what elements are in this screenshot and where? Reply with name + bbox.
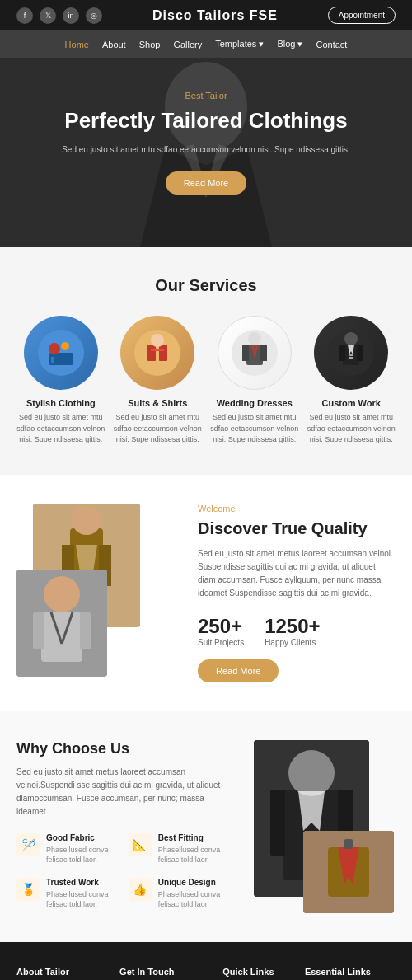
feature-trusted-desc: Phasellused conva felisac told laor. — [46, 889, 116, 910]
linkedin-icon[interactable]: in — [63, 7, 79, 24]
quality-content: Welcome Discover True Quality Sed eu jus… — [198, 504, 396, 682]
service-item-clothing: Stylish Clothing Sed eu justo sit amet m… — [16, 316, 105, 446]
footer-grid: About Tailor Sed eu justo sit amet metus… — [16, 967, 396, 981]
facebook-icon[interactable]: f — [16, 7, 33, 24]
footer-contact-title: Get In Touch — [119, 967, 210, 977]
quality-welcome: Welcome — [198, 504, 396, 513]
main-nav: Home About Shop Gallery Templates ▾ Blog… — [0, 30, 412, 58]
stat-happy-clients: 1250+ Happy Clients — [265, 615, 320, 647]
svg-point-4 — [49, 343, 60, 354]
footer-quicklinks-col: Quick Links Home Services Pages Players … — [222, 967, 293, 981]
svg-point-26 — [72, 505, 101, 535]
feature-trusted-name: Trusted Work — [46, 878, 116, 887]
feature-fabric-desc: Phasellused conva felisac told laor. — [46, 845, 116, 865]
footer-quicklinks-title: Quick Links — [222, 967, 293, 977]
why-features: 🪡 Good Fabric Phasellused conva felisac … — [16, 833, 228, 910]
footer-essential-title: Essential Links — [305, 967, 396, 977]
hero-read-more-button[interactable]: Read More — [166, 171, 246, 195]
feature-trusted-work: 🏅 Trusted Work Phasellused conva felisac… — [16, 878, 116, 910]
footer-about-col: About Tailor Sed eu justo sit amet metus… — [16, 967, 107, 981]
quality-images — [16, 504, 181, 668]
service-name-custom: Custom Work — [307, 398, 396, 408]
quality-stats: 250+ Suit Projects 1250+ Happy Clients — [198, 615, 396, 647]
svg-rect-20 — [349, 354, 353, 356]
services-grid: Stylish Clothing Sed eu justo sit amet m… — [16, 316, 396, 446]
quality-sub-image — [16, 570, 107, 677]
nav-templates[interactable]: Templates ▾ — [215, 39, 264, 49]
appointment-button[interactable]: Appointment — [328, 7, 396, 24]
why-sub-image — [303, 831, 394, 913]
stat-label-clients: Happy Clients — [265, 638, 320, 647]
twitter-icon[interactable]: 𝕏 — [40, 7, 56, 24]
hero-section: Best Tailor Perfectly Tailored Clothings… — [0, 58, 412, 247]
svg-point-30 — [44, 576, 80, 612]
nav-about[interactable]: About — [102, 39, 126, 49]
stat-suit-projects: 250+ Suit Projects — [198, 615, 244, 647]
hero-title: Perfectly Tailored Clothings — [49, 107, 363, 135]
service-desc-clothing: Sed eu justo sit amet mtu sdfao eetaccum… — [16, 412, 105, 446]
footer-contact-col: Get In Touch 📍 USA California 20 first A… — [119, 967, 210, 981]
why-content: Why Choose Us Sed eu justo sit amet metu… — [16, 740, 228, 913]
nav-contact[interactable]: Contact — [316, 39, 348, 49]
svg-rect-15 — [242, 345, 249, 361]
why-title: Why Choose Us — [16, 740, 228, 757]
svg-rect-34 — [33, 612, 44, 649]
social-icons: f 𝕏 in ◎ — [16, 7, 102, 24]
feature-good-fabric: 🪡 Good Fabric Phasellused conva felisac … — [16, 833, 116, 865]
svg-rect-23 — [357, 345, 363, 361]
feature-fabric-name: Good Fabric — [46, 833, 116, 842]
svg-point-38 — [288, 750, 335, 796]
fabric-icon: 🪡 — [16, 833, 40, 856]
site-title: Disco Tailors FSE — [152, 8, 278, 23]
svg-rect-31 — [41, 612, 82, 662]
svg-rect-6 — [51, 357, 54, 363]
feature-design-desc: Phasellused conva felisac told laor. — [158, 889, 228, 910]
hero-description: Sed eu justo sit amet mtu sdfao eetaccum… — [49, 143, 363, 157]
feature-fitting-desc: Phasellused conva felisac told laor. — [158, 845, 228, 865]
services-section: Our Services Stylish Clothing Sed eu jus… — [0, 247, 412, 475]
service-item-custom: Custom Work Sed eu justo sit amet mtu sd… — [307, 316, 396, 446]
feature-unique-design: 👍 Unique Design Phasellused conva felisa… — [129, 878, 228, 910]
svg-rect-35 — [80, 612, 91, 649]
service-desc-wedding: Sed eu justo sit amet mtu sdfao eetaccum… — [210, 412, 299, 446]
svg-rect-8 — [147, 345, 156, 361]
feature-design-name: Unique Design — [158, 878, 228, 887]
nav-shop[interactable]: Shop — [139, 39, 161, 49]
service-name-wedding: Wedding Dresses — [210, 398, 299, 408]
stat-number-suits: 250+ — [198, 615, 244, 638]
fitting-icon: 📐 — [129, 833, 152, 856]
instagram-icon[interactable]: ◎ — [86, 7, 102, 24]
quality-title: Discover True Quality — [198, 518, 396, 539]
hero-subtitle: Best Tailor — [49, 91, 363, 101]
why-image — [245, 740, 396, 913]
service-name-suits: Suits & Shirts — [114, 398, 203, 408]
why-description: Sed eu justo sit amet metus laoreet accu… — [16, 766, 228, 818]
feature-best-fitting: 📐 Best Fitting Phasellused conva felisac… — [129, 833, 228, 865]
quality-description: Sed eu justo sit amet metus laoreet accu… — [198, 547, 396, 600]
svg-rect-45 — [344, 839, 353, 849]
nav-home[interactable]: Home — [65, 39, 89, 49]
footer: About Tailor Sed eu justo sit amet metus… — [0, 942, 412, 981]
nav-blog[interactable]: Blog ▾ — [277, 39, 302, 49]
services-title: Our Services — [16, 276, 396, 295]
footer-about-title: About Tailor — [16, 967, 107, 977]
service-desc-custom: Sed eu justo sit amet mtu sdfao eetaccum… — [307, 412, 396, 446]
svg-rect-41 — [270, 790, 285, 856]
quality-section: Welcome Discover True Quality Sed eu jus… — [0, 475, 412, 711]
svg-point-10 — [151, 334, 164, 347]
top-bar: f 𝕏 in ◎ Disco Tailors FSE Appointment — [0, 0, 412, 30]
nav-gallery[interactable]: Gallery — [173, 39, 202, 49]
why-section: Why Choose Us Sed eu justo sit amet metu… — [0, 711, 412, 942]
stat-number-clients: 1250+ — [265, 615, 320, 638]
service-desc-suits: Sed eu justo sit amet mtu sdfao eetaccum… — [114, 412, 203, 446]
service-item-wedding: Wedding Dresses Sed eu justo sit amet mt… — [210, 316, 299, 446]
feature-fitting-name: Best Fitting — [158, 833, 228, 842]
svg-point-5 — [61, 342, 69, 350]
svg-rect-16 — [260, 345, 267, 361]
svg-rect-22 — [339, 345, 345, 361]
service-name-clothing: Stylish Clothing — [16, 398, 105, 408]
quality-read-more-button[interactable]: Read More — [198, 659, 279, 682]
stat-label-suits: Suit Projects — [198, 638, 244, 647]
service-item-suits: Suits & Shirts Sed eu justo sit amet mtu… — [114, 316, 203, 446]
svg-point-14 — [248, 332, 261, 345]
